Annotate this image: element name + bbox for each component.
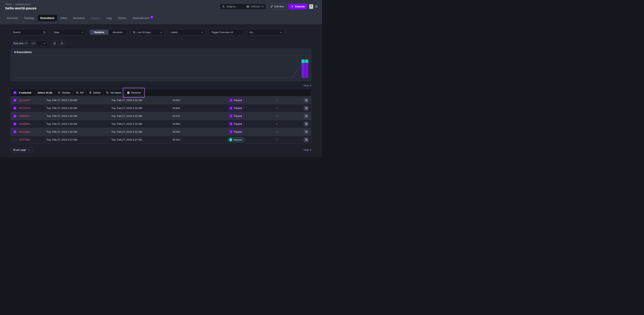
state-select[interactable]: State xyxy=(51,29,86,35)
kill-button[interactable]: Kill xyxy=(73,90,86,95)
revision-link[interactable]: 1 xyxy=(258,130,296,133)
search-input[interactable]: Search xyxy=(10,29,48,35)
notifications-bell-icon[interactable] xyxy=(315,5,318,8)
more-filters-chip[interactable]: + 7 xyxy=(30,41,36,46)
help-button[interactable]: ? xyxy=(309,4,313,9)
end-date-cell: Tue, Feb 27, 2024 2:32 AM xyxy=(108,99,170,102)
executions-bar-chart[interactable] xyxy=(11,55,311,81)
executions-table: 5 selected Select all (6)RestartKillDele… xyxy=(10,89,311,144)
resume-button[interactable]: Resume xyxy=(124,90,143,95)
execution-id-link[interactable]: 1VRwPDvl xyxy=(19,115,44,117)
row-checkbox[interactable] xyxy=(13,130,16,133)
revision-link[interactable]: 1 xyxy=(258,138,296,141)
end-date-cell: Tue, Feb 27, 2024 2:27 AM xyxy=(108,138,170,141)
tab-overview[interactable]: Overview xyxy=(4,15,20,21)
jump-to-shortcut: Ctrl/Cmd + K xyxy=(251,5,264,8)
table-row[interactable]: 1VRwPDvlTue, Feb 27, 2024 2:32 AMTue, Fe… xyxy=(11,112,311,120)
selection-toolbar: 5 selected Select all (6)RestartKillDele… xyxy=(11,89,311,96)
start-date-cell: Tue, Feb 27, 2024 2:32 AM xyxy=(44,115,108,117)
top-bar: Flows / company.team hello-world-pause J… xyxy=(0,0,322,12)
per-page-select[interactable]: 25 per page xyxy=(10,147,33,152)
duration-cell: 50.32s xyxy=(170,138,214,141)
restart-icon xyxy=(58,91,60,94)
table-row[interactable]: 3TaTf6KYTue, Feb 27, 2024 2:27 AMTue, Fe… xyxy=(11,136,311,144)
state-badge-paused: Paused xyxy=(228,106,244,110)
state-badge-paused: Paused xyxy=(228,122,244,126)
table-row[interactable]: 3KfYXV2VTue, Feb 27, 2024 2:32 AMTue, Fe… xyxy=(11,104,311,112)
state-badge-paused: Paused xyxy=(228,130,244,134)
clock-icon xyxy=(132,31,136,34)
row-logs-button[interactable] xyxy=(304,98,309,103)
row-logs-button[interactable] xyxy=(304,129,309,134)
tab-dependencies[interactable]: Dependencies0 xyxy=(130,15,156,21)
restart-button[interactable]: Restart xyxy=(55,90,73,95)
edit-flow-button[interactable]: Edit flow xyxy=(268,4,287,10)
chart-canvas xyxy=(11,55,311,81)
breadcrumb: Flows / company.team xyxy=(5,3,36,6)
tab-logs[interactable]: Logs xyxy=(104,15,114,21)
execute-button[interactable]: Execute xyxy=(288,4,307,10)
row-checkbox[interactable] xyxy=(13,99,16,102)
select-all-6--button[interactable]: Select all (6) xyxy=(35,90,55,95)
close-icon[interactable] xyxy=(25,42,28,45)
resume-icon xyxy=(127,91,130,94)
duration-cell: 22.27s xyxy=(170,115,214,117)
labels-icon xyxy=(106,91,109,94)
revision-link[interactable]: 1 xyxy=(258,115,296,117)
state-badge-paused: Paused xyxy=(228,98,244,103)
start-date-cell: Tue, Feb 27, 2024 2:32 AM xyxy=(44,99,108,102)
row-checkbox[interactable] xyxy=(13,107,16,110)
date-range-select[interactable]: Last 30 days xyxy=(130,29,165,35)
search-placeholder: Search xyxy=(13,31,42,34)
jump-to-placeholder: Jump to... xyxy=(226,5,237,8)
revision-link[interactable]: 1 xyxy=(258,99,296,102)
refresh-button[interactable] xyxy=(58,41,65,46)
relative-toggle[interactable]: Relative xyxy=(90,30,108,35)
tab-topology[interactable]: Topology xyxy=(21,15,37,21)
total-count-top: Total: 6 xyxy=(304,84,311,87)
row-logs-button[interactable] xyxy=(304,106,309,111)
labels-select[interactable]: Labels xyxy=(168,29,206,35)
revision-link[interactable]: 1 xyxy=(258,107,296,110)
delete-button[interactable]: Delete xyxy=(86,90,103,95)
execution-id-link[interactable]: 3KLnqmpZ xyxy=(19,130,44,133)
flow-tabs: OverviewTopologyExecutionsEditorRevision… xyxy=(0,12,322,24)
select-all-checkbox[interactable] xyxy=(13,91,16,94)
duration-cell: 20.64s xyxy=(170,107,214,110)
tab-revisions[interactable]: Revisions xyxy=(71,15,88,21)
relative-absolute-toggle: Relative Absolute xyxy=(90,29,127,35)
dependencies-count-badge: 0 xyxy=(150,16,154,19)
pause-circle-icon xyxy=(230,122,233,126)
chevron-down-icon xyxy=(81,31,84,34)
absolute-toggle[interactable]: Absolute xyxy=(108,30,126,35)
table-row[interactable]: 4UGmN0PuTue, Feb 27, 2024 2:32 AMTue, Fe… xyxy=(11,120,311,128)
trigger-execution-id-input[interactable]: Trigger Execution Id xyxy=(209,29,244,35)
auto-refresh-button[interactable] xyxy=(51,41,58,46)
tab-metrics[interactable]: Metrics xyxy=(116,15,129,21)
execution-id-link[interactable]: 4UGmN0Pu xyxy=(19,123,44,125)
jump-to-search[interactable]: Jump to... Ctrl/Cmd + K xyxy=(220,4,266,10)
breadcrumb-namespace[interactable]: company.team xyxy=(15,3,31,6)
revision-link[interactable]: 1 xyxy=(258,123,296,125)
pause-circle-icon xyxy=(230,107,233,110)
active-filters-select[interactable]: Start date + 7 xyxy=(10,41,48,46)
row-checkbox[interactable] xyxy=(13,138,16,141)
row-checkbox[interactable] xyxy=(13,122,16,126)
table-row[interactable]: 3KLnqmpZTue, Feb 27, 2024 2:32 AMTue, Fe… xyxy=(11,128,311,136)
tab-editor[interactable]: Editor xyxy=(58,15,70,21)
execution-id-link[interactable]: 3TaTf6KY xyxy=(19,138,44,141)
execution-id-link[interactable]: gjLzu5eT xyxy=(19,99,44,102)
row-logs-button[interactable] xyxy=(304,137,309,142)
executions-chart-card: 6 Executions xyxy=(10,49,311,81)
page-title: hello-world-pause xyxy=(5,6,36,10)
breadcrumb-flows[interactable]: Flows xyxy=(5,3,12,6)
row-checkbox[interactable] xyxy=(13,114,16,118)
set-labels-button[interactable]: Set labels xyxy=(103,90,124,95)
execution-id-link[interactable]: 3KfYXV2V xyxy=(19,107,44,110)
tab-executions[interactable]: Executions xyxy=(38,15,57,21)
row-logs-button[interactable] xyxy=(304,122,309,126)
row-logs-button[interactable] xyxy=(304,114,309,119)
table-row[interactable]: gjLzu5eTTue, Feb 27, 2024 2:32 AMTue, Fe… xyxy=(11,96,311,104)
start-date-cell: Tue, Feb 27, 2024 2:32 AM xyxy=(44,130,108,133)
scope-select[interactable]: ALL xyxy=(247,29,284,35)
